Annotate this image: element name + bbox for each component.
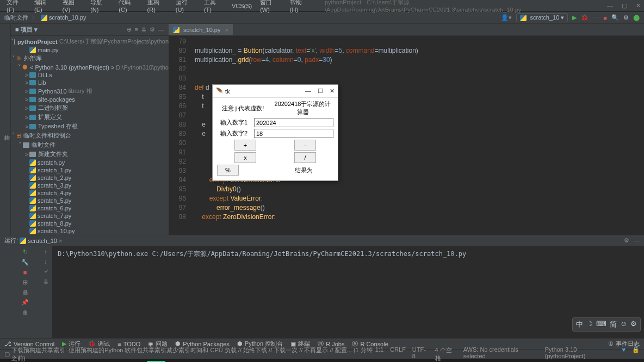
project-panel-title[interactable]: ■ 项目 ▾: [15, 26, 38, 34]
locate-icon[interactable]: ⊕: [127, 26, 132, 33]
tree-node[interactable]: ˅⬢< Python 3.10 (pythonProject) > D:\Pyt…: [11, 63, 169, 71]
hide-icon[interactable]: —: [158, 26, 164, 33]
tree-node[interactable]: >DLLs: [11, 71, 169, 79]
editor-tab[interactable]: scratch_10.py×: [169, 24, 233, 35]
tree-node[interactable]: scratch_3.py: [11, 182, 169, 189]
encoding[interactable]: UTF-8: [412, 346, 429, 363]
indent[interactable]: 4 个空格: [435, 346, 457, 363]
line-sep[interactable]: CRLF: [390, 346, 406, 363]
tree-node[interactable]: >新建文件夹: [11, 149, 169, 159]
console-output[interactable]: D:\Python310\python.exe C:/Users/于宗源/App…: [52, 246, 644, 338]
maximize-icon[interactable]: ▢: [622, 2, 627, 9]
tree-node[interactable]: scratch_2.py: [11, 174, 169, 182]
aws-status[interactable]: AWS: No credentials selected: [463, 346, 538, 363]
crumb-scratch-root[interactable]: 临时文件: [4, 14, 28, 22]
scroll-icon[interactable]: ⇊: [44, 278, 48, 285]
stop2-icon[interactable]: ■: [23, 269, 27, 276]
tree-node[interactable]: main.py: [11, 46, 169, 54]
tree-node[interactable]: scratch.py: [11, 159, 169, 166]
tree-node[interactable]: scratch_6.py: [11, 204, 169, 212]
collapse-icon[interactable]: ⇊: [141, 26, 146, 33]
ime-pill-3[interactable]: 简: [610, 320, 617, 329]
menu-edit[interactable]: 编辑(E): [31, 0, 58, 14]
lock-icon[interactable]: 🔒: [632, 346, 640, 363]
status-msg[interactable]: 下载预构建共享索引: 使用预构建的Python 软件包共享索引减少索引时间和 C…: [11, 346, 375, 363]
tree-node[interactable]: >Lib: [11, 79, 169, 86]
tk-window[interactable]: 🪶 tk — ☐ ✕ 注意 j 代表虚数! 20202418于宗源的计算器 输入…: [212, 84, 338, 181]
settings-icon[interactable]: ⚙: [623, 14, 629, 21]
menu-view[interactable]: 视图(V): [59, 0, 86, 14]
menu-nav[interactable]: 导航(N): [87, 0, 114, 14]
menu-window[interactable]: 窗口(W): [257, 0, 285, 14]
tk-div-button[interactable]: /: [294, 152, 316, 163]
menu-run[interactable]: 运行(U): [172, 0, 199, 14]
run-hide-icon[interactable]: —: [634, 237, 640, 244]
layout-icon[interactable]: ⊞: [23, 279, 28, 286]
rerun-icon[interactable]: ↻: [23, 248, 28, 255]
ime-pill-0[interactable]: 中: [576, 320, 583, 329]
menu-code[interactable]: 代码(C): [115, 0, 142, 14]
tk-plus-button[interactable]: +: [234, 140, 256, 151]
tk-pct-button[interactable]: %: [217, 165, 239, 176]
tree-node[interactable]: >Python310 library 根: [11, 86, 169, 96]
run-target[interactable]: scratch_10: [28, 238, 57, 244]
stop-icon[interactable]: ■: [603, 15, 607, 21]
tree-node[interactable]: scratch_8.py: [11, 220, 169, 227]
pin-icon[interactable]: 📌: [21, 299, 29, 306]
run-config-selector[interactable]: scratch_10 ▾: [516, 13, 568, 22]
debug-icon[interactable]: 🐞: [581, 14, 589, 21]
tk-minus-button[interactable]: -: [294, 140, 316, 151]
user-icon[interactable]: 👤▾: [501, 14, 512, 21]
run-icon[interactable]: ▶: [572, 14, 577, 21]
tk-input-num1[interactable]: [254, 118, 333, 127]
expand-icon[interactable]: ≡: [135, 26, 138, 33]
run-settings2-icon[interactable]: 🔧: [21, 259, 29, 266]
tk-maximize-icon[interactable]: ☐: [318, 88, 323, 95]
heart-icon[interactable]: ♥: [622, 346, 626, 363]
menu-file[interactable]: 文件(F): [3, 0, 29, 14]
tab-close-icon[interactable]: ×: [225, 27, 228, 33]
tk-input-num2[interactable]: [254, 129, 333, 138]
tk-close-icon[interactable]: ✕: [330, 88, 335, 95]
interpreter[interactable]: Python 3.10 (pythonProject): [545, 346, 616, 363]
tk-minimize-icon[interactable]: —: [305, 88, 311, 95]
more-run-icon[interactable]: ⋯: [593, 14, 599, 21]
tree-node[interactable]: scratch_7.py: [11, 212, 169, 220]
run-settings-icon[interactable]: ⚙: [624, 237, 629, 244]
tree-node[interactable]: scratch_1.py: [11, 166, 169, 174]
menu-tools[interactable]: 工具(T): [201, 0, 227, 14]
tree-node[interactable]: >site-packages: [11, 96, 169, 103]
tree-node[interactable]: scratch_10.py: [11, 227, 169, 235]
project-tree[interactable]: ˅pythonProject C:\Users\于宗源\PycharmProje…: [11, 36, 169, 235]
search-icon[interactable]: 🔍: [611, 14, 619, 21]
crumb-file[interactable]: scratch_10.py: [41, 14, 86, 21]
tree-node[interactable]: >Typeshed 存根: [11, 122, 169, 131]
menu-help[interactable]: 帮助(H): [287, 0, 313, 14]
minimize-icon[interactable]: —: [607, 2, 613, 9]
tool-windows-icon[interactable]: ▢: [4, 351, 10, 358]
menu-refactor[interactable]: 重构(R): [144, 0, 171, 14]
tree-node[interactable]: ˅⊞临时文件和控制台: [11, 131, 169, 140]
close-icon[interactable]: ✕: [636, 2, 641, 9]
print-icon[interactable]: 🖶: [22, 289, 28, 296]
caret-pos[interactable]: 1:1: [375, 346, 383, 363]
ime-pill-5[interactable]: ⚙: [630, 320, 637, 329]
up-icon[interactable]: ↑: [44, 248, 47, 255]
tree-node[interactable]: >二进制框架: [11, 103, 169, 113]
down-icon[interactable]: ↓: [44, 258, 47, 265]
menu-vcs[interactable]: VCS(S): [228, 2, 255, 10]
tree-node[interactable]: ˅pythonProject C:\Users\于宗源\PycharmProje…: [11, 37, 169, 46]
wrap-icon[interactable]: ⤶: [44, 268, 48, 275]
tree-node[interactable]: scratch_5.py: [11, 197, 169, 204]
ime-pill-4[interactable]: ☺: [620, 320, 627, 329]
tree-node[interactable]: ˅临时文件: [11, 140, 169, 149]
gear-icon[interactable]: ⚙: [150, 26, 155, 33]
ime-pill-1[interactable]: ☽: [586, 320, 593, 329]
tree-node[interactable]: scratch_4.py: [11, 189, 169, 197]
tk-mul-button[interactable]: x: [234, 152, 256, 163]
ide-update-icon[interactable]: ⬤: [633, 14, 640, 21]
tree-node[interactable]: >扩展定义: [11, 113, 169, 122]
ime-pill-2[interactable]: ⌨: [596, 320, 606, 329]
tree-node[interactable]: ˅⊪外部库: [11, 54, 169, 63]
trash-icon[interactable]: 🗑: [22, 309, 28, 316]
